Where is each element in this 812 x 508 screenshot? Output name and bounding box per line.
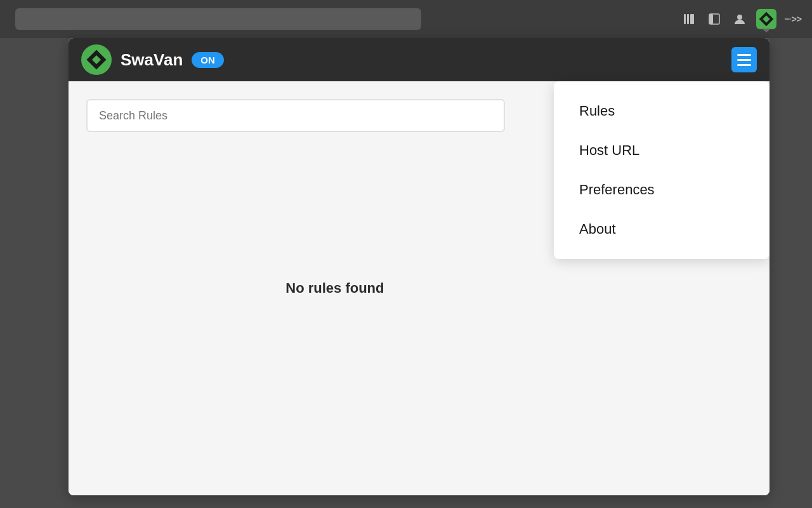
menu-item-host-url[interactable]: Host URL <box>554 131 769 170</box>
toolbar-icons: >> >> <box>680 9 802 29</box>
svg-rect-4 <box>709 14 713 24</box>
app-title: SwaVan <box>121 50 183 70</box>
more-extensions-icon[interactable]: >> >> <box>784 10 802 28</box>
dropdown-menu: Rules Host URL Preferences About <box>554 81 769 259</box>
swavan-extension-icon[interactable] <box>756 9 776 29</box>
menu-item-rules[interactable]: Rules <box>554 91 769 131</box>
menu-item-about[interactable]: About <box>554 210 769 249</box>
empty-state-message: No rules found <box>285 280 384 297</box>
svg-text:>>: >> <box>785 17 789 21</box>
extension-header: SwaVan ON <box>69 38 769 81</box>
menu-item-preferences[interactable]: Preferences <box>554 170 769 210</box>
hamburger-line-3 <box>737 64 751 66</box>
hamburger-line-2 <box>737 59 751 61</box>
account-icon[interactable] <box>731 10 749 28</box>
svg-rect-1 <box>687 14 689 24</box>
hamburger-menu-button[interactable] <box>731 47 757 72</box>
hamburger-line-1 <box>737 54 751 56</box>
status-badge: ON <box>192 52 224 68</box>
search-rules-input[interactable] <box>86 99 505 132</box>
svg-rect-2 <box>690 14 694 24</box>
sidebar-icon[interactable] <box>705 10 723 28</box>
app-logo <box>81 44 112 75</box>
browser-toolbar: >> >> <box>0 0 812 38</box>
extension-popup: SwaVan ON No rules found Rules Host URL … <box>69 38 769 495</box>
svg-point-5 <box>737 15 742 20</box>
address-bar[interactable] <box>15 8 421 30</box>
svg-rect-0 <box>684 14 686 24</box>
library-icon[interactable] <box>680 10 698 28</box>
